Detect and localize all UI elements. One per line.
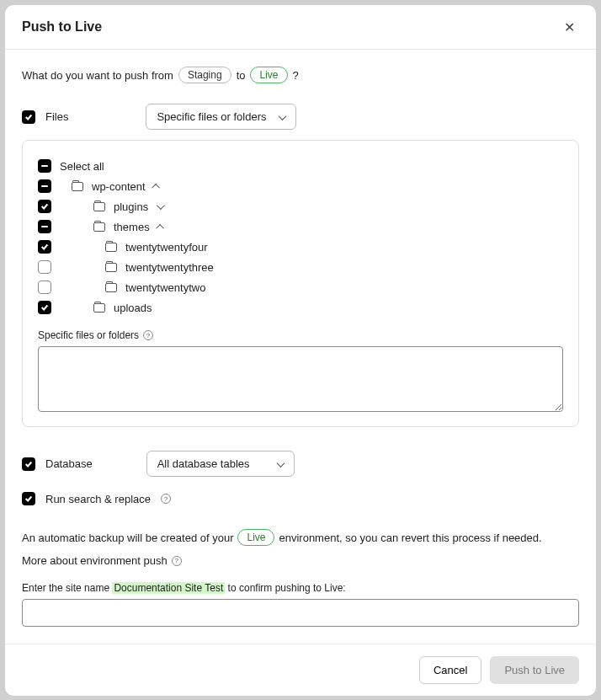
database-checkbox[interactable] [22,457,35,471]
select-all-checkbox[interactable] [38,159,51,173]
live-pill: Live [237,529,274,546]
prompt-mid: to [237,69,246,82]
folder-icon [93,303,105,313]
twentytwentythree-label: twentytwentythree [125,261,214,274]
specific-files-label: Specific files or folders ? [38,329,563,341]
tree-twentytwentythree: twentytwentythree [38,257,563,277]
themes-checkbox[interactable] [38,220,51,233]
chevron-up-icon[interactable] [152,183,160,191]
database-label: Database [45,457,93,470]
twentytwentytwo-checkbox[interactable] [38,281,51,294]
info-icon[interactable]: ? [161,494,171,504]
files-select[interactable]: Specific files or folders [146,104,295,130]
tree-twentytwentyfour: twentytwentyfour [38,237,563,257]
folder-icon [105,283,117,292]
uploads-label: uploads [114,302,152,314]
twentytwentyfour-label: twentytwentyfour [125,241,208,254]
wp-content-label: wp-content [92,180,146,193]
confirm-site-name-input[interactable] [22,599,579,627]
database-select[interactable]: All database tables [146,451,295,477]
modal-body: What do you want to push from Staging to… [5,50,596,644]
modal-header: Push to Live ✕ [5,5,596,50]
select-all-row: Select all [38,156,563,176]
twentytwentythree-checkbox[interactable] [38,260,51,274]
info-icon: ? [172,556,182,566]
prompt-q: ? [293,69,299,82]
database-row: Database All database tables [22,451,579,477]
modal-title: Push to Live [22,19,102,35]
chevron-down-icon[interactable] [157,201,165,210]
search-replace-label: Run search & replace [45,493,151,505]
search-replace-checkbox[interactable] [22,492,35,505]
select-all-label: Select all [60,160,104,173]
twentytwentyfour-checkbox[interactable] [38,240,51,254]
themes-label: themes [114,221,150,233]
more-about-push-link[interactable]: More about environment push ? [22,554,579,567]
folder-icon [105,243,117,252]
uploads-checkbox[interactable] [38,301,51,314]
plugins-checkbox[interactable] [38,200,51,213]
folder-icon [93,222,105,232]
prompt-pre: What do you want to push from [22,69,173,82]
tree-twentytwentytwo: twentytwentytwo [38,277,563,297]
cancel-button[interactable]: Cancel [419,656,481,684]
push-to-live-modal: Push to Live ✕ What do you want to push … [5,5,596,696]
chevron-up-icon[interactable] [156,223,164,232]
database-select-value: All database tables [157,457,250,470]
tree-themes: themes [38,216,563,237]
wp-content-checkbox[interactable] [38,179,51,193]
tree-wp-content: wp-content [38,176,563,196]
tree-plugins: plugins [38,196,563,216]
folder-icon [93,202,105,211]
push-prompt: What do you want to push from Staging to… [22,67,579,83]
close-button[interactable]: ✕ [559,17,579,37]
specific-files-textarea[interactable] [38,346,563,412]
live-pill: Live [250,67,287,83]
plugins-label: plugins [114,200,148,213]
confirm-label: Enter the site name Documentation Site T… [22,582,579,594]
tree-uploads: uploads [38,297,563,318]
close-icon: ✕ [564,19,575,35]
files-select-value: Specific files or folders [157,110,266,123]
backup-notice: An automatic backup will be created of y… [22,529,579,546]
folder-icon [105,263,117,272]
site-name-highlight: Documentation Site Test [112,582,225,594]
folder-icon [72,182,83,191]
info-icon[interactable]: ? [143,330,153,340]
staging-pill: Staging [178,67,231,83]
files-checkbox[interactable] [22,110,35,124]
twentytwentytwo-label: twentytwentytwo [125,281,205,294]
files-row: Files Specific files or folders [22,104,579,130]
files-label: Files [45,110,68,123]
search-replace-row: Run search & replace ? [22,492,579,505]
modal-footer: Cancel Push to Live [5,644,596,696]
push-to-live-button[interactable]: Push to Live [490,656,579,684]
files-panel: Select all wp-content plugins [22,140,579,427]
